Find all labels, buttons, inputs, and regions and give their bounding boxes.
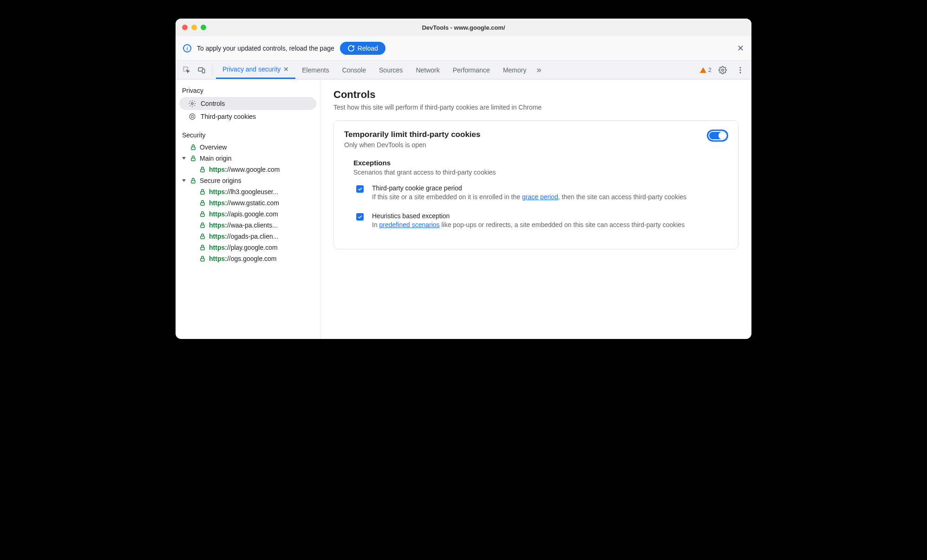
kebab-icon [736, 66, 744, 74]
tabs-overflow-button[interactable]: » [533, 61, 545, 79]
svg-rect-20 [201, 225, 204, 228]
origin-url: https://lh3.googleuser... [209, 188, 278, 195]
tab-privacy-security[interactable]: Privacy and security ✕ [216, 61, 295, 79]
window-close-button[interactable] [182, 25, 188, 30]
sidebar-item-overview[interactable]: Overview [176, 142, 320, 153]
tab-label: Sources [379, 66, 403, 74]
sidebar-section-privacy: Privacy [176, 84, 320, 97]
issues-badge[interactable]: 2 [700, 66, 712, 73]
card-subtitle: Only when DevTools is open [344, 141, 480, 149]
reload-icon [347, 45, 355, 52]
svg-point-4 [740, 67, 741, 68]
tab-elements[interactable]: Elements [295, 61, 335, 79]
svg-point-12 [193, 117, 193, 117]
origin-url: https://www.gstatic.com [209, 199, 279, 207]
heuristics-checkbox[interactable] [356, 213, 364, 221]
toolbar-right: 2 [700, 64, 747, 77]
settings-button[interactable] [716, 64, 729, 77]
sidebar-item-third-party-cookies[interactable]: Third-party cookies [176, 110, 320, 123]
lock-icon [199, 255, 206, 262]
tab-label: Elements [302, 66, 329, 74]
inspect-element-icon[interactable] [180, 64, 193, 77]
page-subtitle: Test how this site will perform if third… [333, 104, 738, 111]
tree-node-main-origin[interactable]: Main origin [176, 153, 320, 164]
window-title: DevTools - www.google.com/ [422, 24, 505, 31]
svg-point-11 [191, 117, 192, 117]
tab-network[interactable]: Network [409, 61, 446, 79]
main-panel: Controls Test how this site will perform… [320, 79, 751, 339]
lock-icon [189, 177, 197, 184]
titlebar: DevTools - www.google.com/ [176, 19, 751, 36]
traffic-lights [182, 25, 206, 30]
page-title: Controls [333, 89, 738, 101]
controls-card: Temporarily limit third-party cookies On… [333, 120, 738, 249]
exception-grace-period: Third-party cookie grace period If this … [353, 184, 728, 202]
svg-point-10 [193, 115, 193, 116]
svg-rect-14 [191, 158, 195, 161]
lock-icon [199, 244, 206, 251]
limit-cookies-toggle[interactable] [707, 130, 728, 141]
origin-url: https://www.google.com [209, 166, 280, 173]
lock-icon [189, 155, 197, 162]
lock-icon [199, 166, 206, 173]
info-icon: i [183, 44, 191, 52]
tree-node-secure-origins[interactable]: Secure origins [176, 175, 320, 186]
window-zoom-button[interactable] [201, 25, 206, 30]
tab-sources[interactable]: Sources [372, 61, 409, 79]
more-options-button[interactable] [734, 64, 747, 77]
svg-rect-2 [202, 69, 205, 72]
tab-memory[interactable]: Memory [496, 61, 533, 79]
grace-period-checkbox[interactable] [356, 185, 364, 193]
tab-label: Console [342, 66, 366, 74]
devtools-window: DevTools - www.google.com/ i To apply yo… [176, 19, 751, 339]
tab-performance[interactable]: Performance [446, 61, 496, 79]
gear-icon [189, 100, 196, 107]
origin-item[interactable]: https://www.gstatic.com [176, 197, 320, 208]
device-toolbar-icon[interactable] [195, 64, 208, 77]
card-header: Temporarily limit third-party cookies On… [344, 130, 728, 149]
origin-item[interactable]: https://www.google.com [176, 164, 320, 175]
issues-count: 2 [708, 66, 712, 73]
origin-url: https://play.google.com [209, 244, 278, 251]
tab-label: Memory [503, 66, 527, 74]
svg-point-6 [740, 72, 741, 73]
svg-point-8 [189, 114, 195, 119]
tab-label: Performance [453, 66, 490, 74]
origin-url: https://ogads-pa.clien... [209, 233, 278, 240]
origin-item[interactable]: https://waa-pa.clients... [176, 220, 320, 231]
window-minimize-button[interactable] [191, 25, 197, 30]
svg-rect-22 [201, 247, 204, 250]
check-icon [357, 186, 363, 192]
sidebar: Privacy Controls Third-party cookies Sec… [176, 79, 320, 339]
exception-title: Third-party cookie grace period [372, 184, 686, 192]
svg-point-5 [740, 69, 741, 71]
svg-rect-21 [201, 236, 204, 239]
origin-item[interactable]: https://lh3.googleuser... [176, 186, 320, 197]
exception-description: In predefined scenarios like pop-ups or … [372, 221, 685, 230]
reload-button[interactable]: Reload [340, 42, 385, 55]
tab-console[interactable]: Console [336, 61, 372, 79]
check-icon [357, 214, 363, 220]
origin-item[interactable]: https://play.google.com [176, 242, 320, 253]
tree-node-label: Secure origins [200, 177, 242, 184]
svg-rect-16 [191, 180, 195, 183]
grace-period-link[interactable]: grace period [522, 193, 558, 201]
exceptions-header: Exceptions [353, 159, 728, 167]
sidebar-item-controls[interactable]: Controls [179, 97, 316, 110]
tab-close-icon[interactable]: ✕ [283, 65, 289, 73]
svg-rect-19 [201, 214, 204, 216]
origin-item[interactable]: https://apis.google.com [176, 208, 320, 220]
tab-label: Network [416, 66, 439, 74]
sidebar-item-label: Controls [201, 100, 225, 107]
reload-button-label: Reload [358, 45, 378, 52]
origin-url: https://ogs.google.com [209, 255, 277, 262]
lock-icon [189, 143, 197, 151]
svg-point-9 [191, 116, 191, 116]
card-title: Temporarily limit third-party cookies [344, 130, 480, 139]
gear-icon [718, 66, 727, 74]
origin-item[interactable]: https://ogs.google.com [176, 253, 320, 264]
notice-text: To apply your updated controls, reload t… [197, 45, 334, 52]
predefined-scenarios-link[interactable]: predefined scenarios [379, 221, 440, 228]
notice-close-button[interactable]: ✕ [737, 43, 744, 53]
origin-item[interactable]: https://ogads-pa.clien... [176, 231, 320, 242]
